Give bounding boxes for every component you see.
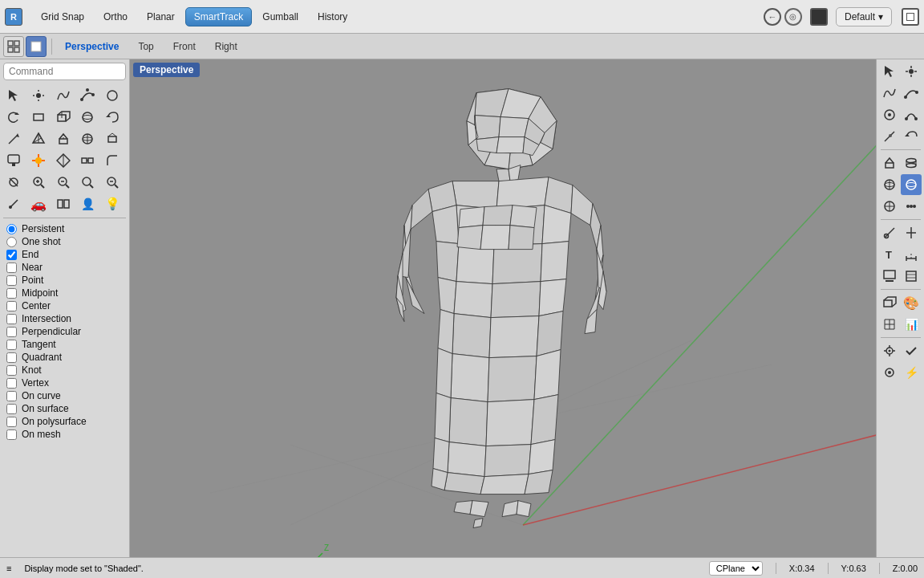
app-icon[interactable]: R — [5, 8, 22, 26]
orbit-tool[interactable] — [77, 128, 98, 149]
center-checkbox[interactable]: Center — [6, 300, 123, 311]
default-dropdown[interactable]: Default ▾ — [836, 7, 892, 26]
right-extrude-tool[interactable] — [879, 153, 900, 173]
zoom-tool[interactable] — [28, 172, 49, 193]
light-tool[interactable]: 💡 — [102, 193, 123, 214]
undo-tool[interactable] — [102, 107, 123, 128]
right-split-tool[interactable] — [901, 222, 922, 243]
color-swatch[interactable] — [810, 8, 828, 26]
history-button[interactable]: History — [309, 7, 356, 26]
on-surface-input[interactable] — [6, 404, 17, 414]
right-render-tool[interactable]: 🎨 — [901, 292, 922, 313]
right-arc-tool[interactable] — [901, 104, 922, 125]
select-tool[interactable] — [3, 85, 24, 106]
car-icon[interactable]: 🚗 — [28, 193, 49, 214]
view-toggle-icon[interactable] — [902, 8, 919, 26]
near-input[interactable] — [6, 263, 17, 273]
on-curve-input[interactable] — [6, 391, 17, 401]
on-surface-checkbox[interactable]: On surface — [6, 403, 123, 414]
center-input[interactable] — [6, 301, 17, 311]
on-mesh-checkbox[interactable]: On mesh — [6, 429, 123, 440]
one-shot-input[interactable] — [6, 237, 17, 247]
right-dim-tool[interactable] — [901, 244, 922, 265]
command-input[interactable] — [3, 63, 126, 80]
view-single-icon[interactable] — [26, 36, 47, 57]
on-mesh-input[interactable] — [6, 429, 17, 440]
end-input[interactable] — [6, 250, 17, 260]
viewport[interactable]: Perspective Z X Y — [130, 59, 876, 557]
point-checkbox[interactable]: Point — [6, 275, 123, 286]
split-tool[interactable] — [3, 172, 24, 193]
right-snap-tool[interactable] — [879, 196, 900, 217]
ortho-button[interactable]: Ortho — [95, 7, 136, 26]
right-mesh-highlight[interactable] — [901, 174, 922, 195]
right-check-tool[interactable] — [901, 340, 922, 361]
end-checkbox[interactable]: End — [6, 249, 123, 260]
extrude-tool[interactable] — [53, 128, 74, 149]
quadrant-checkbox[interactable]: Quadrant — [6, 352, 123, 363]
point-tool[interactable] — [28, 85, 49, 106]
right-layout-tool[interactable] — [879, 266, 900, 287]
vertex-checkbox[interactable]: Vertex — [6, 377, 123, 389]
midpoint-input[interactable] — [6, 288, 17, 299]
right-loft-tool[interactable] — [901, 153, 922, 173]
right-undo-tool[interactable] — [901, 126, 922, 147]
one-shot-radio[interactable]: One shot — [6, 236, 123, 247]
right-hatch-tool[interactable] — [901, 266, 922, 287]
tangent-checkbox[interactable]: Tangent — [6, 339, 123, 350]
on-polysurface-input[interactable] — [6, 417, 17, 427]
draw-tool[interactable] — [3, 128, 24, 149]
boolean-tool[interactable] — [53, 150, 74, 171]
persistent-radio[interactable]: Persistent — [6, 223, 123, 234]
circle-tool[interactable] — [102, 85, 123, 106]
right-view-tool[interactable] — [879, 362, 900, 383]
view-grid-icon[interactable] — [3, 36, 24, 57]
point-input[interactable] — [6, 275, 17, 286]
right-circle-tool[interactable] — [879, 104, 900, 125]
rotate-tool[interactable] — [3, 107, 24, 128]
tab-front[interactable]: Front — [164, 39, 205, 55]
right-curve-tool[interactable] — [879, 83, 900, 104]
smarttrack-button[interactable]: SmartTrack — [185, 7, 253, 26]
navigate-back-icon[interactable]: ← — [764, 8, 781, 26]
curve-tool[interactable] — [53, 85, 74, 106]
zoom-out[interactable] — [102, 172, 123, 193]
cplane-select[interactable]: CPlane World — [709, 561, 763, 576]
on-curve-checkbox[interactable]: On curve — [6, 390, 123, 401]
midpoint-checkbox[interactable]: Midpoint — [6, 287, 123, 299]
paint-tool[interactable] — [3, 150, 24, 171]
quadrant-input[interactable] — [6, 352, 17, 363]
join-tool[interactable] — [77, 150, 98, 171]
perpendicular-input[interactable] — [6, 327, 17, 337]
group-tool[interactable] — [53, 193, 74, 214]
intersection-checkbox[interactable]: Intersection — [6, 313, 123, 324]
zoom-selected[interactable] — [53, 172, 74, 193]
right-block-tool[interactable] — [879, 292, 900, 313]
planar-button[interactable]: Planar — [138, 7, 184, 26]
right-line-tool[interactable] — [879, 126, 900, 147]
right-bar-chart-icon[interactable]: 📊 — [901, 314, 922, 335]
grid-snap-button[interactable]: Grid Snap — [32, 7, 93, 26]
move-tool[interactable] — [102, 128, 123, 149]
persistent-input[interactable] — [6, 224, 17, 234]
near-checkbox[interactable]: Near — [6, 262, 123, 273]
mesh-tool[interactable] — [28, 128, 49, 149]
right-settings-tool[interactable] — [879, 340, 900, 361]
explode-tool[interactable] — [28, 150, 49, 171]
right-point-tool[interactable] — [901, 61, 922, 82]
knot-input[interactable] — [6, 365, 17, 376]
curve-from-pts[interactable] — [77, 85, 98, 106]
zoom-extent[interactable] — [77, 172, 98, 193]
right-trim-tool[interactable] — [879, 222, 900, 243]
right-orange-tool[interactable]: ⚡ — [901, 362, 922, 383]
right-grid-tool[interactable] — [879, 314, 900, 335]
right-mesh-tool[interactable] — [879, 174, 900, 195]
right-curve2-tool[interactable] — [901, 83, 922, 104]
people-icon[interactable]: 👤 — [77, 193, 98, 214]
perpendicular-checkbox[interactable]: Perpendicular — [6, 326, 123, 337]
box-tool[interactable] — [53, 107, 74, 128]
right-text-tool[interactable]: T — [879, 244, 900, 265]
sphere-tool[interactable] — [77, 107, 98, 128]
rectangle-tool[interactable] — [28, 107, 49, 128]
gumball-button[interactable]: Gumball — [253, 7, 307, 26]
